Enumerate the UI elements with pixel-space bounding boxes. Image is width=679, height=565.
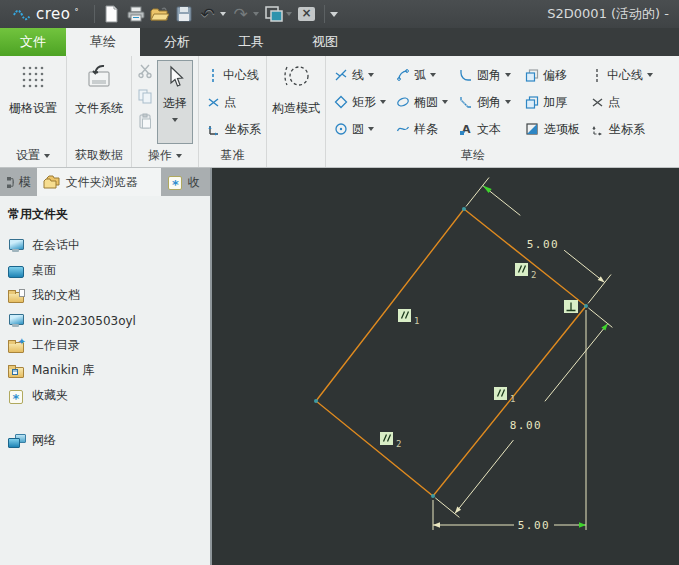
- select-button[interactable]: 选择: [157, 60, 193, 144]
- tab-view[interactable]: 视图: [288, 28, 362, 56]
- logo-text: creo: [36, 5, 71, 23]
- folder-item-manikin-library[interactable]: Manikin 库: [8, 358, 210, 383]
- folder-browser-panel: 常用文件夹 在会话中 桌面 我的文档 win-20230503oyl ✦ 工作目…: [0, 196, 210, 565]
- folder-item-working-directory[interactable]: ✦ 工作目录: [8, 333, 210, 358]
- group-label-operations[interactable]: 操作: [132, 147, 198, 164]
- point-cross-icon: [207, 96, 220, 109]
- rectangle-button[interactable]: 矩形: [326, 90, 388, 114]
- folder-item-network[interactable]: 网络: [8, 428, 210, 453]
- dropdown-arrow-icon[interactable]: [430, 73, 436, 77]
- dimension-value-bottom[interactable]: 5.00: [518, 519, 551, 532]
- rectangle-icon: [334, 95, 348, 109]
- parallel-constraint-badge-1a[interactable]: [398, 309, 411, 322]
- line-button[interactable]: 线: [326, 63, 388, 87]
- desktop-icon: [8, 264, 25, 278]
- creo-wave-icon: [12, 7, 32, 21]
- creo-application-window: creo ° ↶ ↷ × S2D0001 (活动的) - 文件 草绘: [0, 0, 679, 565]
- navigator-tab-strip: 模 文件夹浏览器 收: [0, 168, 210, 196]
- close-window-button[interactable]: ×: [295, 2, 319, 26]
- geometry-point-button[interactable]: 点: [583, 90, 673, 114]
- dropdown-arrow-icon[interactable]: [380, 100, 386, 104]
- dimension-value-right[interactable]: 8.00: [510, 419, 543, 432]
- offset-icon: [525, 68, 539, 82]
- clipboard-buttons: [137, 60, 153, 144]
- folder-item-desktop[interactable]: 桌面: [8, 258, 210, 283]
- datum-centerline-button[interactable]: 中心线: [199, 63, 266, 87]
- folder-item-favorites[interactable]: 收藏夹: [8, 383, 210, 408]
- vertex-dot[interactable]: [431, 494, 435, 498]
- window-switch-button[interactable]: [262, 2, 286, 26]
- folder-item-in-session[interactable]: 在会话中: [8, 233, 210, 258]
- tab-model-tree[interactable]: 模: [0, 168, 37, 196]
- tab-tools[interactable]: 工具: [214, 28, 288, 56]
- file-system-button[interactable]: 文件系统: [67, 56, 131, 117]
- window-title: S2D0001 (活动的) -: [547, 5, 679, 23]
- dropdown-arrow-icon[interactable]: [368, 127, 374, 131]
- tab-analysis[interactable]: 分析: [140, 28, 214, 56]
- new-file-button[interactable]: [100, 2, 124, 26]
- dropdown-arrow-icon[interactable]: [505, 100, 511, 104]
- arc-button[interactable]: 弧: [388, 63, 451, 87]
- dropdown-arrow-icon[interactable]: [368, 73, 374, 77]
- sketch-canvas[interactable]: 5.00 8.00 5.00: [212, 168, 679, 565]
- spline-button[interactable]: 样条: [388, 117, 451, 141]
- redo-button[interactable]: ↷: [229, 2, 253, 26]
- print-button[interactable]: [124, 2, 148, 26]
- fillet-button[interactable]: 圆角: [451, 63, 517, 87]
- undo-dropdown-arrow-icon[interactable]: [220, 12, 226, 16]
- documents-folder-icon: [8, 289, 25, 303]
- perpendicular-constraint-badge[interactable]: [564, 300, 578, 313]
- point-cross-icon: [591, 96, 604, 109]
- file-system-label: 文件系统: [75, 100, 123, 117]
- geometry-csys-button[interactable]: 坐标系: [583, 117, 673, 141]
- dimension-value-top[interactable]: 5.00: [527, 238, 560, 251]
- folder-item-my-documents[interactable]: 我的文档: [8, 283, 210, 308]
- offset-button[interactable]: 偏移: [517, 63, 583, 87]
- vertex-dot[interactable]: [584, 304, 588, 308]
- arc-icon: [396, 68, 410, 82]
- computer-icon: [8, 314, 25, 328]
- parallel-constraint-badge-2a[interactable]: [515, 263, 528, 276]
- parallel-constraint-badge-1b[interactable]: [494, 387, 507, 400]
- open-file-button[interactable]: [148, 2, 172, 26]
- datum-point-button[interactable]: 点: [199, 90, 266, 114]
- palette-button[interactable]: 选项板: [517, 117, 583, 141]
- vertex-dot[interactable]: [462, 207, 466, 211]
- circle-button[interactable]: 圆: [326, 117, 388, 141]
- palette-icon: [525, 122, 540, 136]
- sketch-rectangle[interactable]: [316, 209, 586, 496]
- navigator-sidebar: 模 文件夹浏览器 收 常用文件夹 在会话中 桌面: [0, 168, 212, 565]
- dropdown-arrow-icon: [172, 118, 178, 122]
- window-dropdown-arrow-icon: [286, 12, 292, 16]
- construction-mode-label: 构造模式: [272, 100, 320, 117]
- tab-file[interactable]: 文件: [0, 28, 66, 56]
- redo-icon: ↷: [233, 4, 247, 24]
- ribbon-tab-bar: 文件 草绘 分析 工具 视图: [0, 28, 679, 56]
- ellipse-button[interactable]: 椭圆: [388, 90, 451, 114]
- dropdown-arrow-icon: [44, 154, 50, 158]
- folder-item-computer[interactable]: win-20230503oyl: [8, 308, 210, 333]
- thicken-button[interactable]: 加厚: [517, 90, 583, 114]
- parallel-subscript: 2: [396, 439, 401, 449]
- geometry-centerline-button[interactable]: 中心线: [583, 63, 673, 87]
- parallel-constraint-badge-2b[interactable]: [380, 432, 393, 445]
- select-label: 选择: [163, 95, 187, 112]
- construction-mode-button[interactable]: 构造模式: [267, 56, 325, 117]
- working-directory-icon: ✦: [8, 339, 25, 353]
- tab-favorites[interactable]: 收: [161, 168, 210, 196]
- datum-csys-button[interactable]: 坐标系: [199, 117, 266, 141]
- grid-settings-button[interactable]: 栅格设置: [0, 56, 66, 117]
- chamfer-button[interactable]: 倒角: [451, 90, 517, 114]
- common-folders-header: 常用文件夹: [8, 206, 210, 223]
- save-button[interactable]: [172, 2, 196, 26]
- dropdown-arrow-icon[interactable]: [442, 100, 448, 104]
- text-button[interactable]: A 文本: [451, 117, 517, 141]
- vertex-dot[interactable]: [314, 399, 318, 403]
- dropdown-arrow-icon[interactable]: [647, 73, 653, 77]
- toolbar-options-chevron-icon[interactable]: [330, 12, 338, 17]
- group-label-settings[interactable]: 设置: [0, 147, 66, 164]
- undo-button[interactable]: ↶: [196, 2, 220, 26]
- tab-sketch[interactable]: 草绘: [66, 28, 140, 56]
- dropdown-arrow-icon[interactable]: [505, 73, 511, 77]
- tab-folder-browser[interactable]: 文件夹浏览器: [37, 168, 162, 196]
